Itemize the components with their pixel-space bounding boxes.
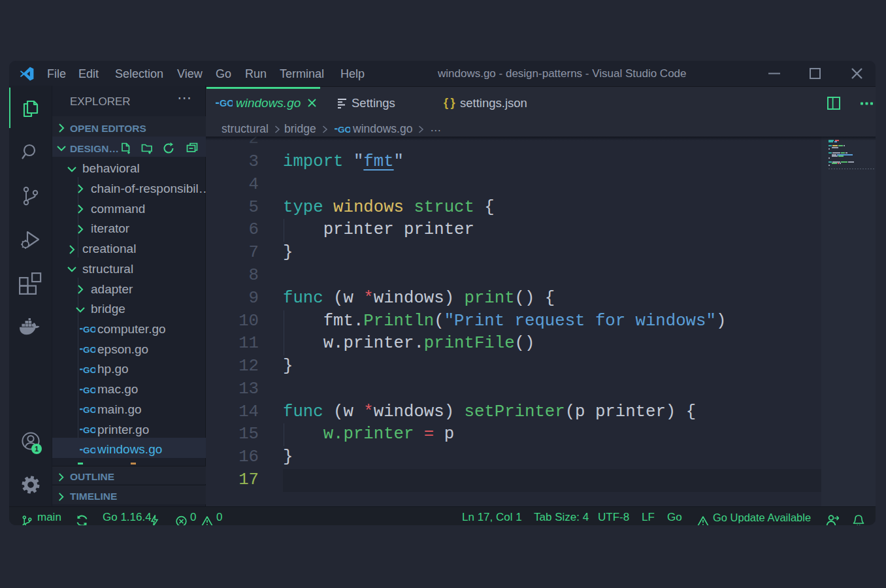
svg-text:GO: GO: [220, 98, 233, 108]
svg-text:GO: GO: [83, 405, 95, 415]
svg-text:GO: GO: [83, 325, 95, 335]
svg-text:GO: GO: [83, 365, 95, 375]
svg-text:GO: GO: [83, 385, 95, 395]
svg-text:GO: GO: [83, 345, 95, 355]
svg-text:GO: GO: [83, 446, 95, 455]
svg-text:GO: GO: [338, 125, 350, 135]
svg-text:GO: GO: [83, 425, 95, 435]
